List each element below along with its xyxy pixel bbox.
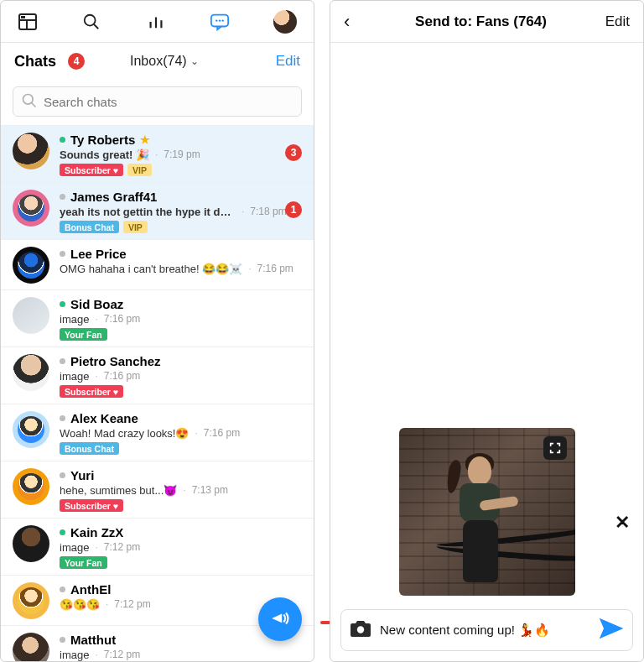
send-icon[interactable] [599,618,624,643]
avatar [13,247,49,284]
svg-rect-3 [21,16,25,18]
chat-row[interactable]: Pietro Sanchez image·7:16 pm Subscriber … [1,347,314,404]
chat-preview: image [60,541,89,554]
right-title: Send to: Fans (764) [356,13,605,30]
top-nav [1,1,314,43]
edit-button[interactable]: Edit [276,53,300,70]
search-wrap [1,80,314,125]
composer: New content coming up! 💃🔥 [340,609,633,651]
stats-icon[interactable] [146,12,166,32]
chat-preview: Woah! Mad crazy looks!😍 [60,427,189,440]
chat-name: Yuri [70,468,94,482]
presence-dot-icon [60,637,65,643]
chat-preview: OMG hahaha i can't breathe! 😂😂☠️ [60,263,242,275]
tag-subscriber: Subscriber ♥ [60,499,123,512]
chat-time: 7:12 pm [114,598,150,610]
right-edit-button[interactable]: Edit [605,13,630,30]
presence-dot-icon [60,358,65,364]
presence-dot-icon [60,137,65,143]
chat-row[interactable]: Lee Price OMG hahaha i can't breathe! 😂😂… [1,239,314,289]
avatar [13,354,49,391]
chat-time: 7:16 pm [204,427,240,439]
avatar [13,297,49,334]
tag-bonus: Bonus Chat [60,442,119,455]
chat-name: Kain ZzX [70,525,123,540]
chat-preview: image [60,649,89,661]
svg-point-11 [219,19,221,21]
tag-fan: Your Fan [60,328,107,341]
presence-dot-icon [60,251,65,257]
chat-name: Lee Price [70,247,127,261]
close-icon[interactable]: ✕ [615,512,630,534]
avatar [13,582,49,619]
back-icon[interactable]: ‹ [344,11,350,33]
profile-avatar[interactable] [273,10,297,34]
left-panel: Chats 4 Inbox(74) ⌄ Edit Ty Roberts★ Sou… [0,0,314,662]
feed-icon[interactable] [18,12,38,32]
composer-input[interactable]: New content coming up! 💃🔥 [380,623,590,638]
chat-time: 7:12 pm [104,541,140,553]
search-input[interactable] [13,86,302,117]
tag-subscriber: Subscriber ♥ [60,164,123,176]
unread-badge: 1 [285,201,302,218]
chat-name: Sid Boaz [70,297,123,311]
chat-time: 7:13 pm [192,484,228,496]
expand-icon[interactable] [543,436,567,460]
chat-preview: image [60,313,89,326]
chat-time: 7:16 pm [257,263,293,274]
chevron-down-icon: ⌄ [190,55,199,67]
avatar [13,133,49,169]
avatar [13,411,49,448]
chat-row[interactable]: Ty Roberts★ Sounds great! 🎉·7:19 pm Subs… [1,125,314,182]
sub-header: Chats 4 Inbox(74) ⌄ Edit [1,43,314,80]
chat-row[interactable]: Yuri hehe, sumtimes but...😈·7:13 pm Subs… [1,461,314,518]
svg-point-10 [216,19,217,21]
chat-preview: 😘😘😘 [60,598,100,611]
unread-badge: 3 [285,144,302,161]
tag-vip: VIP [127,164,152,176]
right-panel: ‹ Send to: Fans (764) Edit ✕ New content… [330,0,644,662]
tag-bonus: Bonus Chat [60,221,119,233]
search-input-icon [21,92,38,112]
camera-icon[interactable] [350,619,371,641]
chats-badge: 4 [68,53,85,70]
avatar [13,633,49,662]
chat-name: James Graff41 [70,190,157,204]
chat-preview: hehe, sumtimes but...😈 [60,484,177,497]
svg-point-15 [357,626,364,633]
right-header: ‹ Send to: Fans (764) Edit [330,1,643,43]
messages-icon[interactable] [210,12,230,32]
presence-dot-icon [60,194,65,200]
chat-row[interactable]: Kain ZzX image·7:12 pm Your Fan [1,518,314,575]
chat-preview: image [60,370,89,383]
svg-point-12 [221,19,223,21]
svg-line-14 [32,103,36,107]
inbox-dropdown[interactable]: Inbox(74) ⌄ [130,54,199,69]
chats-label: Chats [14,53,56,70]
presence-dot-icon [60,529,65,535]
svg-point-4 [85,14,96,25]
chat-row[interactable]: Sid Boaz image·7:16 pm Your Fan [1,289,314,347]
chat-name: Matthut [70,633,116,647]
chat-name: Ty Roberts [70,133,135,147]
chat-row[interactable]: Alex Keane Woah! Mad crazy looks!😍·7:16 … [1,404,314,461]
chat-preview: Sounds great! 🎉 [60,149,149,161]
presence-dot-icon [60,301,65,307]
chat-time: 7:16 pm [104,370,140,382]
inbox-label: Inbox(74) [130,54,187,69]
avatar [13,190,49,227]
presence-dot-icon [60,415,65,421]
chat-name: Alex Keane [70,411,138,425]
search-icon[interactable] [81,12,101,32]
avatar [13,525,49,562]
chat-time: 7:18 pm [250,206,286,217]
presence-dot-icon [60,472,65,478]
svg-point-13 [23,95,34,105]
chat-list: Ty Roberts★ Sounds great! 🎉·7:19 pm Subs… [1,125,314,662]
presence-dot-icon [60,586,65,592]
broadcast-fab[interactable] [258,597,302,641]
chat-time: 7:19 pm [164,149,200,160]
attachment-preview[interactable] [399,428,575,596]
chat-time: 7:12 pm [104,649,140,660]
chat-row[interactable]: James Graff41 yeah its not gettin the hy… [1,182,314,239]
